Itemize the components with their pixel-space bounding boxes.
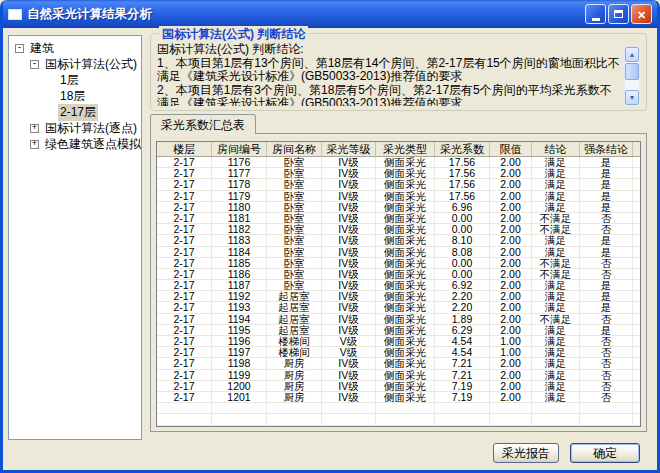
table-cell: 2.00 (490, 235, 532, 245)
table-cell: 2.00 (490, 213, 532, 223)
table-cell: 2.00 (490, 392, 532, 402)
table-cell: IV级 (322, 247, 376, 257)
table-cell (157, 414, 212, 424)
col-header-grade[interactable]: 采光等级 (322, 142, 376, 156)
scroll-up-icon[interactable] (625, 47, 639, 62)
table-row[interactable]: 2-171187卧室IV级侧面采光6.922.00满足是 (157, 280, 640, 291)
table-cell: 厨房 (267, 392, 322, 402)
table-row[interactable]: 2-171181卧室IV级侧面采光0.002.00不满足否 (157, 213, 640, 224)
table-row[interactable]: 2-171196楼梯间V级侧面采光4.541.00满足否 (157, 336, 640, 347)
dialog-client-area: -建筑-国标计算法(公式)1层18层2-17层+国标计算法(逐点)+绿色建筑逐点… (3, 28, 657, 470)
tree-item-label[interactable]: 国标计算法(逐点) (43, 120, 139, 137)
table-cell: 侧面采光 (376, 157, 435, 167)
table-row[interactable]: 2-171179卧室IV级侧面采光17.562.00满足是 (157, 191, 640, 202)
tree-item-floor-2-17[interactable]: 2-17层 (9, 104, 141, 120)
table-cell: 2.20 (435, 291, 490, 301)
table-row[interactable]: 2-171178卧室IV级侧面采光17.562.00满足是 (157, 179, 640, 190)
tree-item-label[interactable]: 建筑 (28, 40, 56, 57)
table-cell: 1194 (212, 314, 267, 324)
col-header-type[interactable]: 采光类型 (376, 142, 435, 156)
table-row[interactable]: 2-171198厨房IV级侧面采光7.212.00满足否 (157, 358, 640, 369)
col-header-room-id[interactable]: 房间编号 (212, 142, 267, 156)
tree-item-gb-point[interactable]: +国标计算法(逐点) (9, 120, 141, 136)
col-header-room-name[interactable]: 房间名称 (267, 142, 322, 156)
table-cell: 7.19 (435, 381, 490, 391)
col-header-floor[interactable]: 楼层 (157, 142, 212, 156)
tree-item-label[interactable]: 国标计算法(公式) (43, 56, 139, 73)
table-row[interactable]: 2-171184卧室IV级侧面采光8.082.00满足是 (157, 247, 640, 258)
tree-item-floor-18[interactable]: 18层 (9, 88, 141, 104)
table-cell: 2.00 (490, 179, 532, 189)
conclusion-groupbox: 国标计算法(公式) 判断结论 国标计算法(公式) 判断结论: 1、本项目第1层有… (150, 33, 647, 111)
table-cell: IV级 (322, 157, 376, 167)
table-cell: 起居室 (267, 291, 322, 301)
table-cell: 满足 (532, 358, 580, 368)
table-cell: 2.00 (490, 302, 532, 312)
col-header-mandatory[interactable]: 强条结论 (580, 142, 633, 156)
table-row[interactable]: 2-171195起居室IV级侧面采光6.292.00满足是 (157, 325, 640, 336)
table-cell: 1201 (212, 392, 267, 402)
table-body: 2-171176卧室IV级侧面采光17.562.00满足是2-171177卧室I… (157, 157, 640, 426)
tree-view[interactable]: -建筑-国标计算法(公式)1层18层2-17层+国标计算法(逐点)+绿色建筑逐点… (8, 35, 142, 440)
col-header-factor[interactable]: 采光系数 (435, 142, 490, 156)
table-cell (490, 414, 532, 424)
maximize-icon (614, 10, 623, 18)
table-cell: 是 (580, 235, 633, 245)
expand-icon[interactable]: + (30, 124, 39, 133)
table-row[interactable]: 2-171177卧室IV级侧面采光17.562.00满足是 (157, 168, 640, 179)
table-row[interactable]: 2-171194起居室IV级侧面采光1.892.00不满足否 (157, 314, 640, 325)
scrollbar-thumb[interactable] (625, 63, 639, 80)
conclusion-scrollbar[interactable] (624, 46, 640, 106)
table-cell: 卧室 (267, 269, 322, 279)
table-row[interactable]: 2-171193起居室IV级侧面采光2.202.00满足是 (157, 302, 640, 313)
tree-item-gb-formula[interactable]: -国标计算法(公式) (9, 56, 141, 72)
table-row[interactable]: 2-171183卧室IV级侧面采光8.102.00满足是 (157, 235, 640, 246)
table-row[interactable]: 2-171201厨房IV级侧面采光7.192.00满足否 (157, 392, 640, 403)
table-cell (267, 403, 322, 413)
table-cell: 侧面采光 (376, 258, 435, 268)
table-row[interactable]: 2-171197楼梯间V级侧面采光4.541.00满足否 (157, 347, 640, 358)
table-cell: 侧面采光 (376, 168, 435, 178)
table-row[interactable]: 2-171200厨房IV级侧面采光7.192.00满足否 (157, 381, 640, 392)
tree-item-green-sim[interactable]: +绿色建筑逐点模拟 (9, 136, 141, 152)
collapse-icon[interactable]: - (30, 60, 39, 69)
table-cell-filler (633, 325, 640, 335)
table-cell-filler (633, 358, 640, 368)
scroll-down-icon[interactable] (625, 90, 639, 105)
table-cell (580, 414, 633, 424)
tree-item-label[interactable]: 绿色建筑逐点模拟 (43, 136, 142, 153)
tree-item-building[interactable]: -建筑 (9, 40, 141, 56)
ok-button[interactable]: 确定 (570, 443, 640, 463)
table-cell: 卧室 (267, 280, 322, 290)
table-cell-filler (633, 302, 640, 312)
table-row[interactable]: 2-171192起居室IV级侧面采光2.202.00满足是 (157, 291, 640, 302)
daylight-report-button[interactable]: 采光报告 (493, 443, 559, 463)
table-cell-filler (633, 347, 640, 357)
tree-item-label[interactable]: 1层 (58, 72, 81, 89)
col-header-conclusion[interactable]: 结论 (532, 142, 580, 156)
table-cell: 满足 (532, 235, 580, 245)
close-button[interactable] (631, 4, 652, 24)
table-row[interactable]: 2-171182卧室IV级侧面采光0.002.00不满足否 (157, 224, 640, 235)
table-cell: 1199 (212, 370, 267, 380)
tab-daylight-summary[interactable]: 采光系数汇总表 (150, 114, 256, 134)
maximize-button[interactable] (608, 4, 629, 24)
scrollbar-track[interactable] (625, 81, 639, 90)
table-cell: 卧室 (267, 247, 322, 257)
title-bar[interactable]: 自然采光计算结果分析 (3, 0, 657, 28)
collapse-icon[interactable]: - (15, 44, 24, 53)
tree-item-label[interactable]: 18层 (58, 88, 87, 105)
table-cell: 2-17 (157, 325, 212, 335)
table-row[interactable]: 2-171180卧室IV级侧面采光6.962.00满足是 (157, 202, 640, 213)
expand-icon[interactable]: + (30, 140, 39, 149)
table-row[interactable]: 2-171186卧室IV级侧面采光0.002.00不满足否 (157, 269, 640, 280)
table-row[interactable]: 2-171176卧室IV级侧面采光17.562.00满足是 (157, 157, 640, 168)
tree-item-label[interactable]: 2-17层 (58, 104, 98, 121)
table-cell: 否 (580, 347, 633, 357)
tree-item-floor-1[interactable]: 1层 (9, 72, 141, 88)
minimize-button[interactable] (585, 4, 606, 24)
table-row[interactable]: 2-171199厨房IV级侧面采光7.212.00满足否 (157, 370, 640, 381)
table-cell: IV级 (322, 370, 376, 380)
table-row[interactable]: 2-171185卧室IV级侧面采光0.002.00不满足否 (157, 258, 640, 269)
col-header-limit[interactable]: 限值 (490, 142, 532, 156)
